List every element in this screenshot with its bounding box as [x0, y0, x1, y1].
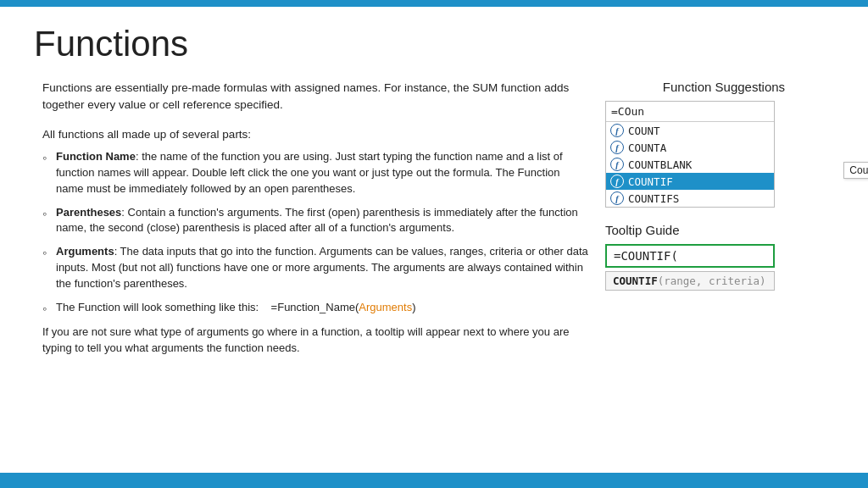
suggestion-label: COUNTIFS — [628, 192, 679, 205]
content-area: Functions Functions are essentially pre-… — [0, 7, 868, 473]
suggestion-label: COUNTBLANK — [628, 158, 692, 171]
top-accent-bar — [0, 0, 868, 7]
tooltip-input-text: =COUNTIF( — [614, 249, 678, 263]
list-item[interactable]: f COUNTIFS — [606, 190, 774, 207]
bullet-text: : The data inputs that go into the funct… — [56, 245, 588, 290]
list-item[interactable]: f COUNT — [606, 122, 774, 139]
bottom-accent-bar — [0, 473, 868, 488]
list-item: Function Name: the name of the function … — [42, 149, 588, 197]
list-item: Parentheses: Contain a function's argume… — [42, 205, 588, 237]
arguments-highlight: Arguments — [359, 301, 412, 313]
counts-tooltip: Counts t — [843, 162, 868, 179]
bullet-label: Parentheses — [56, 206, 121, 219]
function-icon: f — [610, 124, 624, 137]
bullet-label: Function Name — [56, 150, 136, 163]
tooltip-paragraph: If you are not sure what type of argumen… — [42, 324, 588, 357]
bullet-label: Arguments — [56, 245, 114, 258]
autocomplete-input[interactable]: =COun — [606, 102, 774, 122]
autocomplete-title: Function Suggestions — [605, 80, 843, 94]
list-item[interactable]: f COUNTA — [606, 139, 774, 156]
bullet-list: Function Name: the name of the function … — [42, 149, 588, 316]
tooltip-guide-section: Tooltip Guide =COUNTIF( COUNTIF(range, c… — [605, 223, 843, 291]
autocomplete-list: f COUNT f COUNTA f COUNTBLANK — [606, 122, 774, 207]
function-icon: f — [610, 158, 624, 171]
left-column: Functions are essentially pre-made formu… — [42, 80, 588, 456]
list-item[interactable]: f COUNTBLANK — [606, 156, 774, 173]
function-icon: f — [610, 191, 624, 205]
bullet-text: : Contain a function's arguments. The fi… — [56, 206, 578, 235]
tooltip-input-box[interactable]: =COUNTIF( — [605, 244, 775, 268]
autocomplete-wrapper: =COun f COUNT f COUNTA — [605, 101, 843, 208]
suggestion-label: COUNTIF — [628, 175, 673, 188]
tooltip-hint-params: (range, criteria) — [658, 274, 766, 287]
main-layout: Functions are essentially pre-made formu… — [42, 80, 843, 456]
suggestion-label: COUNTA — [628, 141, 666, 154]
function-icon: f — [610, 175, 624, 188]
list-item-selected[interactable]: f COUNTIF — [606, 173, 774, 190]
intro-text: Functions are essentially pre-made formu… — [42, 80, 588, 114]
autocomplete-section: Function Suggestions =COun f COUNT f — [605, 80, 843, 208]
slide: Functions Functions are essentially pre-… — [0, 0, 868, 488]
list-item: The Function will look something like th… — [42, 300, 588, 316]
right-column: Function Suggestions =COun f COUNT f — [605, 80, 843, 456]
tooltip-guide-title: Tooltip Guide — [605, 223, 680, 237]
list-item: Arguments: The data inputs that go into … — [42, 244, 588, 292]
tooltip-hint-box: COUNTIF(range, criteria) — [605, 271, 775, 291]
page-title: Functions — [34, 24, 843, 64]
all-parts-heading: All functions all made up of several par… — [42, 126, 588, 143]
tooltip-hint-func: COUNTIF — [613, 274, 658, 287]
bullet-text: The Function will look something like th… — [56, 301, 416, 313]
autocomplete-widget: =COun f COUNT f COUNTA — [605, 101, 775, 208]
suggestion-label: COUNT — [628, 125, 660, 137]
function-icon: f — [610, 141, 624, 154]
